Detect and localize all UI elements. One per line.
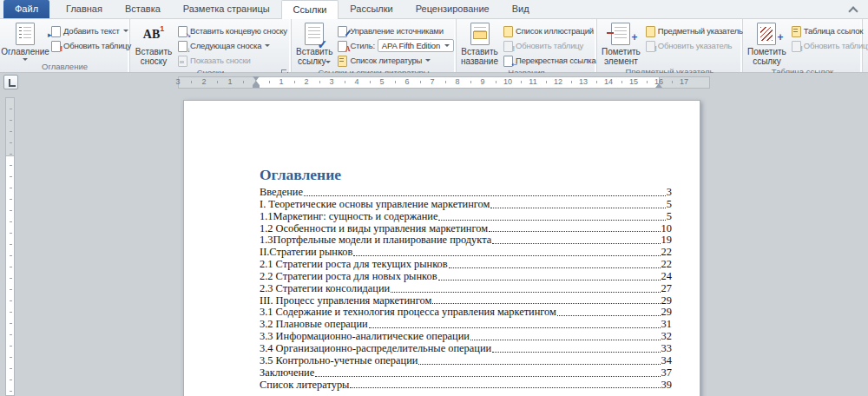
- toc-entry[interactable]: Заключение37: [260, 367, 672, 380]
- vertical-ruler[interactable]: [5, 97, 15, 396]
- table-of-figures-button[interactable]: Список иллюстраций: [500, 24, 598, 37]
- insert-endnote-button[interactable]: Вставить концевую сноску: [174, 24, 289, 37]
- ribbon-references: Оглавление Добавить текст Обновить табли…: [0, 19, 868, 73]
- tab-file[interactable]: Файл: [3, 0, 49, 18]
- toc-entry[interactable]: I. Теоретические основы управление марке…: [260, 199, 672, 211]
- toc-entry[interactable]: 3.3 Информационно-аналитические операции…: [260, 331, 672, 343]
- ruler-tick: [420, 81, 421, 83]
- toc-button[interactable]: Оглавление: [3, 21, 48, 61]
- ruler-tick: [395, 81, 396, 83]
- insert-footnote-button[interactable]: Вставить сноску: [133, 21, 174, 67]
- ruler-tick: [571, 81, 572, 83]
- cross-reference-icon: [502, 55, 516, 67]
- ruler-tick: [621, 81, 622, 83]
- table-of-authorities-icon: [790, 25, 804, 37]
- tab-references[interactable]: Ссылки: [281, 0, 339, 19]
- toc-entry[interactable]: II.Стратегии рынков22: [260, 247, 672, 259]
- update-table-icon: [790, 40, 804, 52]
- toc-entry[interactable]: 2.2 Стратегии роста для новых рынков24: [260, 271, 672, 283]
- toc-entry[interactable]: 2.1 Стратегии роста для текущих рынков22: [260, 259, 672, 271]
- tab-page-layout[interactable]: Разметка страницы: [172, 0, 281, 18]
- dropdown-arrow-icon: [425, 59, 431, 62]
- bibliography-button[interactable]: Список литературы: [334, 54, 456, 67]
- horizontal-ruler[interactable]: 3211234567891011121314151617: [178, 76, 710, 89]
- toc-leader: [350, 387, 660, 388]
- tab-home[interactable]: Главная: [55, 0, 114, 18]
- next-footnote-button[interactable]: Следующая сноска: [174, 39, 289, 52]
- toc-entry[interactable]: III. Процесс управления маркетингом29: [260, 295, 672, 307]
- chevron-up-icon[interactable]: [849, 6, 858, 14]
- toc-entry[interactable]: 1.2 Особенности и виды управления маркет…: [260, 223, 672, 235]
- ruler-tick: [672, 81, 673, 83]
- toc-entry[interactable]: 2.3 Стратегии консолидации27: [260, 283, 672, 295]
- insert-citation-button[interactable]: Вставить ссылку: [294, 21, 334, 67]
- toc-entry[interactable]: Список литературы39: [260, 380, 672, 392]
- toc-page-number: 34: [661, 355, 672, 367]
- tab-view[interactable]: Вид: [501, 0, 541, 18]
- ruler-number: 12: [554, 76, 562, 88]
- toc-page-number: 3: [667, 187, 672, 199]
- toc-leader: [418, 364, 660, 365]
- toc-page-number: 37: [661, 367, 672, 380]
- toc-page-number: 5: [667, 211, 672, 223]
- toc-page-number: 29: [661, 295, 672, 307]
- table-of-authorities-button[interactable]: Таблица ссылок: [788, 24, 868, 37]
- insert-citation-icon: [305, 23, 324, 45]
- toc-leader: [304, 195, 666, 196]
- toc-entry[interactable]: 1.1Маркетинг: сущность и содержание5: [260, 211, 672, 223]
- toc-leader: [492, 352, 660, 353]
- button-label-line2: элемент: [604, 56, 638, 66]
- toc-entry-text: 1.2 Особенности и виды управления маркет…: [260, 223, 488, 235]
- tab-mailings[interactable]: Рассылки: [339, 0, 404, 18]
- update-table-button[interactable]: Обновить таблицу: [48, 39, 133, 52]
- toc-entry[interactable]: 1.3Портфельные модели и планирование про…: [260, 234, 672, 247]
- insert-index-button[interactable]: Предметный указатель: [642, 24, 745, 37]
- toc-entry[interactable]: 3.4 Организационно-распределительные опе…: [260, 343, 672, 355]
- update-index-icon: [644, 40, 658, 52]
- dropdown-arrow-icon: [123, 30, 128, 32]
- mark-entry-button[interactable]: Пометить элемент: [600, 21, 642, 66]
- insert-caption-button[interactable]: Вставить название: [459, 21, 500, 67]
- ruler-number: 17: [680, 76, 688, 88]
- button-label: Предметный указатель: [658, 26, 743, 36]
- ruler-tick: [269, 81, 270, 83]
- show-notes-button: Показать сноски: [174, 54, 289, 67]
- button-label-line1: Вставить: [135, 47, 172, 56]
- ruler-tick: [345, 81, 345, 83]
- toc-page-number: 33: [661, 343, 672, 355]
- toc-entry[interactable]: Введение3: [260, 187, 672, 199]
- insert-endnote-icon: [176, 25, 190, 37]
- button-label: Показать сноски: [190, 56, 251, 65]
- toc-page-number: 29: [661, 307, 672, 319]
- manage-sources-button[interactable]: Управление источниками: [334, 24, 456, 37]
- add-text-button[interactable]: Добавить текст: [48, 24, 133, 37]
- toc-leader: [449, 267, 661, 268]
- word-window: Файл Главная Вставка Разметка страницы С…: [0, 0, 868, 396]
- ruler-tick: [319, 81, 320, 83]
- dropdown-arrow-icon: [444, 44, 450, 47]
- toc-entry[interactable]: 3.5 Контрольно-учетные операции34: [260, 355, 672, 367]
- tab-stop-selector[interactable]: [3, 75, 18, 89]
- button-label: Список литературы: [350, 56, 422, 65]
- style-select[interactable]: APA Fifth Edition: [378, 39, 454, 52]
- cross-reference-button[interactable]: Перекрестная ссылка: [500, 54, 598, 67]
- toc-leader: [557, 315, 661, 316]
- toc-entry[interactable]: 3.2 Плановые операции31: [260, 319, 672, 331]
- next-footnote-icon: [176, 40, 190, 52]
- left-indent-marker[interactable]: [253, 85, 260, 88]
- ruler-tick: [470, 81, 471, 83]
- toc-leader: [391, 292, 660, 293]
- style-select-value: APA Fifth Edition: [382, 41, 440, 50]
- tab-review[interactable]: Рецензирование: [404, 0, 501, 18]
- toc-heading[interactable]: Оглавление: [260, 166, 672, 183]
- button-label: Список иллюстраций: [516, 26, 594, 36]
- toc-entry-text: I. Теоретические основы управление марке…: [260, 199, 490, 211]
- toc-entry[interactable]: 3.1 Содержание и технология процесса упр…: [260, 307, 672, 319]
- tab-insert[interactable]: Вставка: [114, 0, 172, 18]
- button-label: Добавить текст: [63, 26, 120, 36]
- insert-caption-icon: [470, 23, 490, 45]
- mark-citation-button[interactable]: Пометить ссылку: [746, 21, 788, 66]
- document-page[interactable]: Оглавление Введение3I. Теоретические осн…: [183, 100, 700, 396]
- button-label: Обновить указатель: [658, 41, 732, 50]
- ruler-tick: [445, 81, 446, 83]
